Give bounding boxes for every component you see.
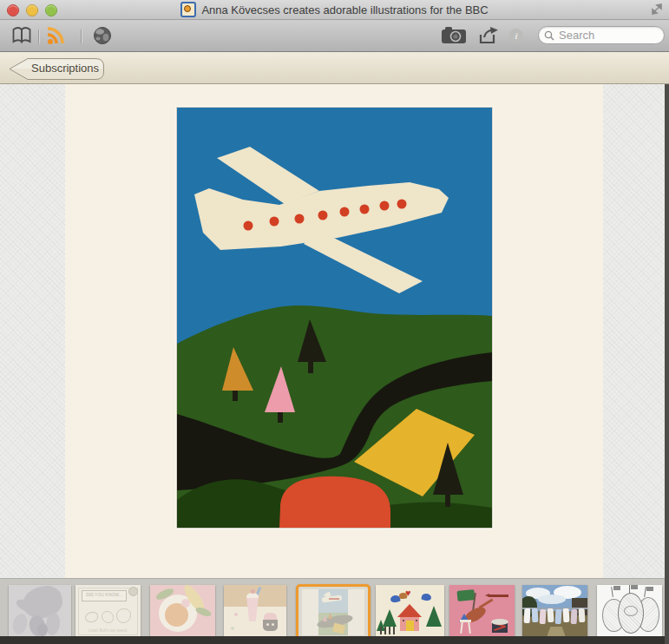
search-field: [538, 26, 665, 44]
thumbnail-filmstrip: DID YOU KNOW... Usain Bolt's top speed: [0, 578, 669, 637]
search-icon: [544, 30, 554, 41]
window-right-edge: [665, 84, 669, 644]
info-icon[interactable]: i: [508, 26, 524, 45]
thumb-airplane-illustration[interactable]: [296, 584, 371, 641]
thumb-milkshake-illustration[interactable]: [224, 585, 286, 637]
search-input[interactable]: [557, 28, 659, 43]
title-bar: Anna Kövecses creates adorable illustrat…: [0, 0, 669, 20]
thumb-house-illustration[interactable]: ♥: [376, 585, 444, 637]
close-button[interactable]: [7, 4, 19, 16]
thumb-laundry-photo[interactable]: [522, 585, 587, 637]
bookmarks-icon[interactable]: [11, 26, 32, 45]
article-view: [0, 84, 669, 578]
subscriptions-back-button[interactable]: Subscriptions: [9, 58, 104, 80]
back-button-label: Subscriptions: [31, 62, 99, 75]
comic-caption: Usain Bolt's top speed: [82, 628, 134, 633]
thumb-purple-figure[interactable]: [9, 585, 71, 637]
minimize-button[interactable]: [26, 4, 38, 16]
rss-icon[interactable]: [46, 26, 67, 45]
window-title: Anna Kövecses creates adorable illustrat…: [201, 3, 488, 16]
toolbar-separator: [81, 30, 82, 43]
thumb-music-illustration[interactable]: [449, 585, 515, 637]
nav-bar: Subscriptions: [0, 52, 669, 84]
airplane-illustration: [176, 107, 493, 529]
selected-thumb-preview: [302, 589, 364, 635]
article-page: [65, 84, 603, 578]
window-controls: [7, 4, 57, 16]
thumb-did-you-know-comic[interactable]: DID YOU KNOW... Usain Bolt's top speed: [75, 585, 141, 637]
main-toolbar: i: [0, 20, 669, 52]
badge-icon: [128, 587, 138, 596]
window-bottom-edge: [0, 636, 669, 644]
thumb-fruit-illustration[interactable]: [150, 585, 215, 637]
share-icon[interactable]: [477, 26, 500, 45]
expand-diagonal-icon[interactable]: [650, 3, 664, 16]
camera-icon[interactable]: [441, 26, 467, 45]
zoom-button[interactable]: [45, 4, 57, 16]
app-window: Anna Kövecses creates adorable illustrat…: [0, 0, 669, 644]
thumb-faces-sketch[interactable]: [597, 585, 662, 637]
comic-headline: DID YOU KNOW...: [82, 590, 126, 600]
globe-icon[interactable]: [93, 26, 112, 45]
toolbar-separator: [38, 30, 39, 43]
article-favicon: [180, 2, 196, 17]
